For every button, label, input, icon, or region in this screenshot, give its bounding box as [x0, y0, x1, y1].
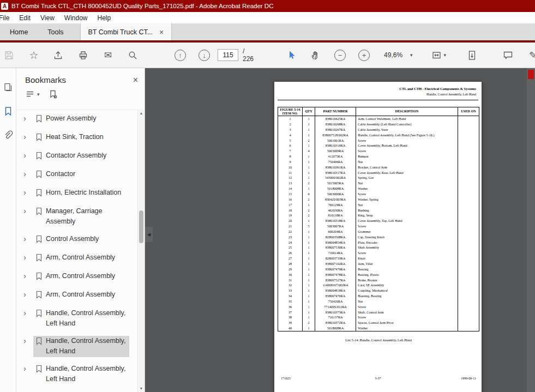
bookmark-item[interactable]: ›Contactor Assembly: [16, 147, 137, 166]
chevron-expand-icon[interactable]: ›: [23, 150, 33, 160]
tab-document[interactable]: BT Combi Truck CT... ×: [80, 23, 172, 40]
menu-edit[interactable]: Edit: [14, 14, 35, 22]
tab-home[interactable]: Home: [0, 23, 38, 40]
header-itemno: ITEM NO.: [278, 112, 302, 116]
bookmark-item[interactable]: ›Handle, Control Assembly, Left Hand: [16, 305, 137, 333]
bookmark-item[interactable]: ›Handle, Control Assembly, Left Hand: [16, 360, 137, 388]
search-icon: [128, 50, 138, 61]
table-row: 1325015005RANut: [278, 180, 479, 186]
table-row: 371838010373RAShaft, Control Arm: [278, 310, 479, 315]
table-row: 745003009RAScrew: [278, 148, 479, 154]
bookmark-item[interactable]: ›Handle, Control Assembly, Left Hand: [16, 333, 137, 360]
page-thumbnails-button[interactable]: [3, 82, 13, 92]
scrolling-page-icon: [467, 50, 477, 61]
table-row: 121543000/002RASpring, Gas: [278, 175, 479, 180]
bookmark-icon: [35, 272, 43, 282]
document-scrollbar[interactable]: [527, 68, 535, 392]
chevron-expand-icon[interactable]: ›: [23, 206, 33, 215]
page-number-input[interactable]: [218, 49, 238, 61]
window-title: BT Combi Truck CTL_CTH 8000452UD Quality…: [11, 3, 273, 9]
zoom-out-button[interactable]: −: [334, 50, 346, 61]
table-row: 301838007478RABearing, Plastic: [278, 272, 479, 278]
zoom-level-dropdown[interactable]: 49,6% ▾: [384, 51, 413, 59]
share-button[interactable]: [52, 49, 64, 61]
table-row: 171760129RANut: [278, 202, 479, 208]
menu-window[interactable]: Window: [59, 14, 93, 22]
tab-close-icon[interactable]: ×: [159, 28, 164, 36]
bookmark-item[interactable]: ›Heat Sink, Traction: [16, 129, 137, 147]
collapse-panel-button[interactable]: ◀: [145, 227, 153, 242]
save-button[interactable]: [3, 49, 15, 61]
bookmark-item[interactable]: ›Arm, Control Assembly: [16, 268, 137, 286]
bookmarks-panel: Bookmarks × ▾ ›Power Assembly›Heat Sink,…: [16, 68, 145, 392]
zoom-in-button[interactable]: +: [358, 50, 370, 61]
options-list-icon: [25, 90, 35, 99]
tab-tools[interactable]: Tools: [38, 23, 73, 40]
bookmark-item[interactable]: ›Manager, Carriage Assembly: [16, 203, 137, 231]
table-header-row: FIGURE 5-14 ITEM NO. QTY PART NUMBER DES…: [278, 107, 479, 116]
scrollbar-position-marker: [528, 70, 534, 79]
attachments-panel-button[interactable]: [3, 130, 13, 140]
table-row: 1565003006RAScrew: [278, 191, 479, 197]
menu-file[interactable]: File: [0, 14, 14, 22]
expand-current-bookmark-button[interactable]: [49, 90, 57, 99]
select-tool-button[interactable]: [285, 49, 297, 61]
sidebar-scrollbar[interactable]: ▲ ▼: [137, 110, 145, 392]
chevron-expand-icon[interactable]: ›: [23, 169, 33, 178]
menu-view[interactable]: View: [35, 14, 59, 22]
page-display-dropdown[interactable]: ▾: [431, 50, 447, 61]
bookmark-item[interactable]: ›Control Assembly: [16, 231, 137, 249]
table-row: 101838010361RABracket, Control Arm: [278, 165, 479, 170]
email-button[interactable]: ✉: [102, 49, 114, 61]
favorite-star-button[interactable]: ☆: [28, 49, 40, 61]
fill-sign-button[interactable]: ✎: [527, 49, 535, 61]
scroll-down-icon[interactable]: ▼: [138, 387, 145, 390]
scroll-up-icon[interactable]: ▲: [138, 111, 145, 115]
chevron-expand-icon[interactable]: ›: [23, 234, 33, 243]
bookmark-label: Handle, Control Assembly, Left Hand: [46, 364, 128, 384]
hand-tool-button[interactable]: [309, 49, 321, 61]
chevron-expand-icon[interactable]: ›: [23, 252, 33, 262]
bookmark-icon: [35, 309, 43, 319]
bookmark-item[interactable]: ›Arm, Control Assembly: [16, 286, 137, 305]
bookmark-item[interactable]: ›Arm, Control Assembly: [16, 249, 137, 268]
chevron-expand-icon[interactable]: ›: [23, 290, 33, 299]
chevron-expand-icon[interactable]: ›: [23, 336, 33, 345]
chevron-expand-icon[interactable]: ›: [23, 132, 33, 141]
table-row: 201838010318RACover Assembly, Top, Left …: [278, 218, 479, 224]
page-footer: 171025 5-37 1999-06-11: [274, 377, 482, 382]
next-page-button[interactable]: ↓: [199, 50, 210, 61]
pointer-icon: [286, 50, 296, 60]
chevron-expand-icon[interactable]: ›: [23, 113, 33, 123]
bookmark-item[interactable]: ›Horn, Electric Installation: [16, 184, 137, 203]
share-upload-icon: [53, 50, 63, 61]
menu-help[interactable]: Help: [93, 14, 116, 22]
bookmark-label: Control Assembly: [46, 234, 99, 244]
previous-page-button[interactable]: ↑: [175, 50, 186, 61]
bookmark-label: Heat Sink, Traction: [46, 132, 104, 142]
chevron-expand-icon[interactable]: ›: [23, 364, 33, 373]
scrollbar-thumb[interactable]: [139, 210, 143, 243]
table-row: 111838010317RACover Assembly, Rear, Left…: [278, 170, 479, 176]
chevron-expand-icon[interactable]: ›: [23, 271, 33, 280]
bookmark-item[interactable]: ›Contactor: [16, 166, 137, 184]
bookmark-icon: [35, 152, 43, 162]
scrolling-mode-button[interactable]: [466, 49, 478, 61]
bookmark-item[interactable]: ›Power Assembly: [16, 110, 137, 129]
table-row: 162830420/003RAWasher, Spring: [278, 197, 479, 202]
bookmark-icon: [35, 337, 43, 347]
bookmarks-panel-button[interactable]: [4, 106, 13, 116]
table-row: 311838007527RABrake, Bronze: [278, 278, 479, 283]
locate-bookmark-icon: [49, 90, 57, 99]
tab-document-label: BT Combi Truck CT...: [88, 28, 153, 36]
chevron-expand-icon[interactable]: ›: [23, 188, 33, 197]
print-button[interactable]: [77, 49, 89, 61]
close-panel-icon[interactable]: ×: [133, 76, 138, 85]
comment-button[interactable]: [502, 49, 514, 61]
header-line1: CTL and CTH - Electrical Components & Sy…: [399, 87, 476, 91]
bookmark-icon: [35, 170, 43, 180]
find-button[interactable]: [127, 49, 139, 61]
bookmark-item[interactable]: ›Handle, Control: [16, 388, 137, 392]
bookmark-options-button[interactable]: ▾: [25, 90, 40, 99]
chevron-expand-icon[interactable]: ›: [23, 308, 33, 317]
